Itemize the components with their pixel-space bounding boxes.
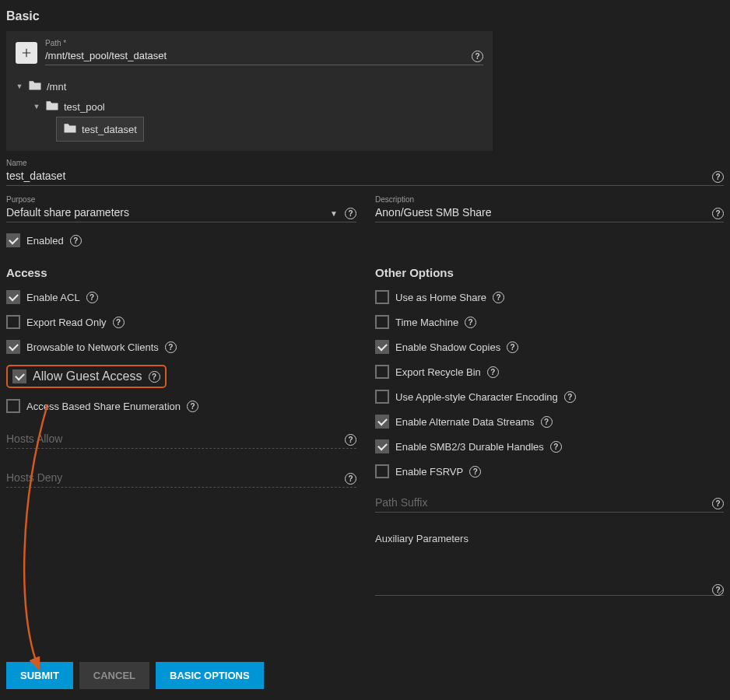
path-panel: Path * ? ▼ /mnt ▼ test_pool test_dataset: [6, 31, 493, 151]
help-icon[interactable]: ?: [465, 317, 476, 328]
help-icon[interactable]: ?: [345, 434, 356, 446]
checkbox-icon: [375, 415, 389, 429]
description-input[interactable]: [375, 204, 724, 222]
checkbox-label: Export Read Only: [26, 317, 107, 328]
help-icon[interactable]: ?: [165, 341, 177, 353]
path-add-button[interactable]: [16, 42, 37, 64]
folder-icon: [63, 122, 77, 136]
name-input[interactable]: [6, 167, 724, 186]
help-icon[interactable]: ?: [550, 441, 562, 453]
checkbox-label: Allow Guest Access: [33, 369, 142, 383]
help-icon[interactable]: ?: [469, 466, 481, 478]
folder-icon: [45, 100, 59, 114]
button-bar: SUBMIT CANCEL BASIC OPTIONS: [6, 662, 264, 689]
cancel-button[interactable]: CANCEL: [79, 662, 149, 689]
browsable-checkbox[interactable]: Browsable to Network Clients ?: [6, 340, 356, 354]
checkbox-label: Enable ACL: [26, 292, 80, 303]
checkbox-label: Enable Shadow Copies: [395, 341, 500, 353]
durable-handles-checkbox[interactable]: Enable SMB2/3 Durable Handles ?: [375, 439, 724, 453]
checkbox-label: Enable SMB2/3 Durable Handles: [395, 441, 544, 453]
shadow-copies-checkbox[interactable]: Enable Shadow Copies ?: [375, 340, 724, 354]
help-icon[interactable]: ?: [472, 51, 483, 62]
help-icon[interactable]: ?: [712, 498, 724, 509]
plus-icon: [21, 47, 32, 58]
aux-params-textarea[interactable]: [375, 566, 724, 596]
checkbox-icon: [375, 315, 389, 329]
help-icon[interactable]: ?: [345, 473, 356, 485]
tree-node-leaf[interactable]: test_dataset: [56, 117, 144, 142]
tree-label: /mnt: [47, 81, 66, 93]
enable-acl-checkbox[interactable]: Enable ACL ?: [6, 290, 356, 304]
name-label: Name: [6, 159, 724, 167]
checkbox-icon: [6, 340, 20, 354]
checkbox-icon: [6, 233, 20, 247]
help-icon[interactable]: ?: [345, 208, 356, 219]
home-share-checkbox[interactable]: Use as Home Share ?: [375, 290, 724, 304]
checkbox-icon: [375, 464, 389, 478]
checkbox-icon: [375, 390, 389, 404]
help-icon[interactable]: ?: [493, 292, 504, 303]
tree-node-root[interactable]: ▼ /mnt: [16, 76, 483, 96]
help-icon[interactable]: ?: [70, 235, 82, 247]
folder-icon: [28, 79, 42, 93]
checkbox-label: Enable Alternate Data Streams: [395, 416, 535, 428]
chevron-down-icon: ▼: [33, 103, 40, 110]
tree-label: test_dataset: [82, 124, 137, 135]
checkbox-icon: [375, 365, 389, 379]
help-icon[interactable]: ?: [712, 584, 724, 596]
checkbox-icon: [6, 290, 20, 304]
checkbox-label: Access Based Share Enumeration: [26, 401, 181, 412]
apple-encoding-checkbox[interactable]: Use Apple-style Character Encoding ?: [375, 390, 724, 404]
recycle-bin-checkbox[interactable]: Export Recycle Bin ?: [375, 365, 724, 379]
checkbox-label: Use as Home Share: [395, 292, 486, 303]
time-machine-checkbox[interactable]: Time Machine ?: [375, 315, 724, 329]
help-icon[interactable]: ?: [507, 341, 518, 353]
help-icon[interactable]: ?: [487, 366, 499, 378]
aux-params-label: Auxiliary Parameters: [375, 533, 724, 544]
allow-guest-access-highlighted[interactable]: Allow Guest Access ?: [6, 365, 167, 388]
help-icon[interactable]: ?: [712, 208, 724, 219]
tree-node-child[interactable]: ▼ test_pool: [16, 96, 483, 117]
help-icon[interactable]: ?: [113, 317, 125, 328]
path-label: Path *: [45, 39, 483, 47]
description-label: Description: [375, 195, 724, 204]
checkbox-label: Use Apple-style Character Encoding: [395, 391, 558, 403]
checkbox-label: Time Machine: [395, 317, 458, 328]
chevron-down-icon: ▼: [16, 82, 23, 90]
fsrvp-checkbox[interactable]: Enable FSRVP ?: [375, 464, 724, 478]
section-title-basic: Basic: [0, 0, 730, 28]
basic-options-button[interactable]: BASIC OPTIONS: [156, 662, 264, 689]
section-title-other: Other Options: [375, 266, 724, 279]
submit-button[interactable]: SUBMIT: [6, 662, 73, 689]
hosts-deny-input[interactable]: [6, 469, 356, 488]
path-input[interactable]: [45, 47, 483, 65]
checkbox-icon: [375, 340, 389, 354]
checkbox-label: Browsable to Network Clients: [26, 341, 159, 353]
checkbox-icon: [6, 315, 20, 329]
hosts-allow-input[interactable]: [6, 430, 356, 449]
path-suffix-input[interactable]: [375, 494, 724, 513]
export-read-only-checkbox[interactable]: Export Read Only ?: [6, 315, 356, 329]
help-icon[interactable]: ?: [564, 391, 576, 403]
help-icon[interactable]: ?: [86, 292, 98, 303]
purpose-select[interactable]: [6, 204, 356, 222]
checkbox-icon: [375, 439, 389, 453]
abse-checkbox[interactable]: Access Based Share Enumeration ?: [6, 399, 356, 413]
enabled-checkbox-row[interactable]: Enabled ?: [6, 233, 724, 247]
help-icon[interactable]: ?: [541, 416, 553, 428]
ads-checkbox[interactable]: Enable Alternate Data Streams ?: [375, 415, 724, 429]
enabled-label: Enabled: [26, 235, 64, 247]
checkbox-label: Export Recycle Bin: [395, 366, 481, 378]
help-icon[interactable]: ?: [712, 171, 724, 183]
purpose-label: Purpose: [6, 195, 356, 204]
tree-label: test_pool: [64, 101, 105, 113]
checkbox-icon: [12, 369, 26, 383]
section-title-access: Access: [6, 266, 356, 279]
help-icon[interactable]: ?: [187, 401, 198, 412]
help-icon[interactable]: ?: [149, 371, 160, 383]
chevron-down-icon: ▼: [330, 209, 338, 218]
path-tree: ▼ /mnt ▼ test_pool test_dataset: [16, 76, 483, 142]
checkbox-label: Enable FSRVP: [395, 466, 463, 478]
checkbox-icon: [6, 399, 20, 413]
checkbox-icon: [375, 290, 389, 304]
